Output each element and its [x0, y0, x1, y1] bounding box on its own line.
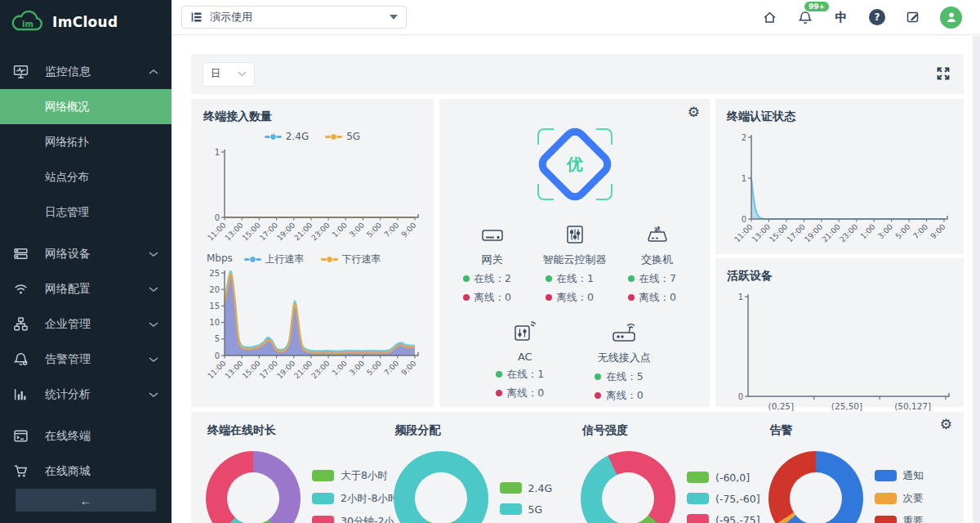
access-chart-legend: 2.4G 5G [203, 131, 421, 142]
legend-item[interactable]: 30分钟-2小时 [312, 515, 394, 523]
legend-item[interactable]: 5G [325, 131, 360, 142]
svg-text:25: 25 [209, 269, 220, 278]
svg-text:11:00: 11:00 [206, 359, 228, 381]
settings-gear-icon[interactable]: ⚙ [688, 105, 700, 119]
sidebar-item-log-management[interactable]: 日志管理 [0, 194, 172, 230]
svg-text:1: 1 [742, 174, 746, 183]
legend-item[interactable]: 大于8小时 [312, 469, 394, 483]
sidebar-collapse-button[interactable]: ← [16, 489, 156, 512]
sidebar-item-label: 在线终端 [45, 429, 158, 444]
sidebar-item-network-config[interactable]: 网络配置 [0, 271, 172, 306]
health-grade-badge: 优 [536, 125, 614, 203]
topbar-icons: 99+ 中 ? [760, 7, 980, 29]
svg-text:11:00: 11:00 [206, 221, 228, 243]
svg-text:0: 0 [215, 351, 220, 360]
svg-text:(50,127]: (50,127] [894, 401, 931, 411]
help-button[interactable]: ? [868, 8, 886, 26]
edit-icon [906, 10, 920, 25]
legend-item[interactable]: (-75,-60] [687, 493, 760, 505]
svg-text:im: im [22, 20, 33, 29]
svg-text:1:00: 1:00 [330, 221, 349, 239]
alarms-group: 告警 通知 次要 重要 [768, 423, 956, 523]
monitor-icon [13, 64, 29, 79]
svg-text:19:00: 19:00 [275, 221, 297, 243]
legend-marker [265, 136, 282, 138]
svg-text:1:00: 1:00 [330, 359, 349, 378]
svg-text:20: 20 [209, 285, 220, 294]
svg-text:15: 15 [209, 302, 220, 311]
sidebar-item-online-terminals[interactable]: 在线终端 [0, 418, 172, 454]
sidebar-item-monitoring[interactable]: 监控信息 [0, 54, 172, 89]
notifications-button[interactable]: 99+ [796, 8, 814, 26]
device-name: AC [484, 351, 566, 363]
legend-item[interactable]: 5G [500, 503, 553, 516]
svg-text:5:00: 5:00 [365, 221, 384, 239]
legend-item[interactable]: 重要 [875, 515, 924, 523]
device-switch: 交换机 在线：7 离线：0 [617, 218, 698, 305]
bell-icon [798, 10, 813, 25]
sidebar-item-network-topology[interactable]: 网络拓扑 [0, 124, 172, 159]
scrollbar[interactable] [973, 36, 980, 523]
fullscreen-button[interactable] [936, 66, 952, 83]
home-button[interactable] [760, 8, 778, 26]
sidebar-item-network-overview[interactable]: 网络概况 [0, 89, 172, 124]
svg-text:3:00: 3:00 [347, 359, 366, 378]
svg-text:1: 1 [215, 148, 220, 157]
svg-text:(0,25]: (0,25] [768, 401, 795, 411]
unit-label: Mbps [207, 253, 233, 264]
svg-text:10: 10 [209, 318, 220, 327]
device-offline: 离线：0 [583, 389, 665, 403]
legend-item[interactable]: 通知 [875, 469, 924, 483]
sidebar-item-site-distribution[interactable]: 站点分布 [0, 159, 172, 194]
sidebar-item-label: 企业管理 [45, 317, 149, 332]
legend-label: 2.4G [286, 131, 309, 142]
period-select[interactable]: 日 [203, 62, 255, 87]
cloud-logo-icon: im [10, 10, 46, 34]
period-value: 日 [211, 67, 238, 81]
feedback-button[interactable] [904, 8, 922, 26]
svg-text:9:00: 9:00 [399, 359, 418, 378]
panel-title: 告警 [770, 423, 956, 438]
sidebar-item-statistics[interactable]: 统计分析 [0, 377, 172, 412]
throughput-chart: 051015202511:0013:0015:0017:0019:0021:00… [203, 268, 421, 391]
shopping-cart-icon [13, 463, 29, 479]
svg-text:7:00: 7:00 [382, 221, 401, 239]
chevron-down-icon [238, 71, 247, 77]
controller-icon [564, 223, 586, 246]
legend-label: 5G [346, 131, 360, 142]
legend-label: 下行速率 [342, 253, 381, 266]
legend-item[interactable]: 次要 [875, 492, 924, 506]
device-offline: 离线：0 [617, 291, 698, 305]
alarms-donut [768, 451, 863, 523]
sidebar-item-enterprise-management[interactable]: 企业管理 [0, 306, 172, 342]
device-offline: 离线：0 [484, 387, 566, 400]
svg-text:5:00: 5:00 [893, 222, 912, 241]
sidebar-item-online-mall[interactable]: 在线商城 [0, 454, 172, 489]
distribution-panel: ⚙ 终端在线时长 大于8小时 2小时-8小时 30分钟-2小时 频段分配 [191, 412, 964, 523]
sidebar-item-network-devices[interactable]: 网络设备 [0, 236, 172, 271]
donut-legend: 大于8小时 2小时-8小时 30分钟-2小时 [312, 469, 394, 523]
legend-item[interactable]: 2小时-8小时 [312, 492, 394, 506]
terminal-access-panel: 终端接入数量 2.4G 5G 0111:0013:0015:0017:0019:… [191, 99, 434, 407]
device-wireless-ap: 无线接入点 在线：5 离线：0 [583, 316, 665, 403]
svg-text:21:00: 21:00 [292, 359, 314, 381]
legend-item[interactable]: 上行速率 [244, 253, 305, 266]
svg-text:23:00: 23:00 [310, 359, 332, 381]
user-avatar[interactable] [940, 7, 962, 29]
app-logo[interactable]: im ImCloud [0, 0, 172, 42]
sidebar-item-label: 网络设备 [45, 247, 149, 262]
bar-chart-icon [13, 387, 29, 402]
device-online: 在线：1 [534, 272, 616, 286]
settings-gear-icon[interactable]: ⚙ [940, 418, 952, 431]
legend-item[interactable]: 下行速率 [321, 253, 381, 266]
org-selector-dropdown[interactable]: 演示使用 [181, 6, 407, 29]
legend-item[interactable]: 2.4G [265, 131, 309, 142]
panel-title: 活跃设备 [727, 269, 952, 284]
language-switch-button[interactable]: 中 [832, 8, 850, 26]
sidebar-item-alarm-management[interactable]: 告警管理 [0, 342, 172, 377]
legend-item[interactable]: 2.4G [500, 482, 553, 494]
legend-item[interactable]: (-60,0] [687, 472, 760, 484]
svg-text:13:00: 13:00 [750, 222, 772, 244]
legend-item[interactable]: (-95,-75] [687, 514, 760, 523]
device-name: 无线接入点 [583, 351, 665, 365]
